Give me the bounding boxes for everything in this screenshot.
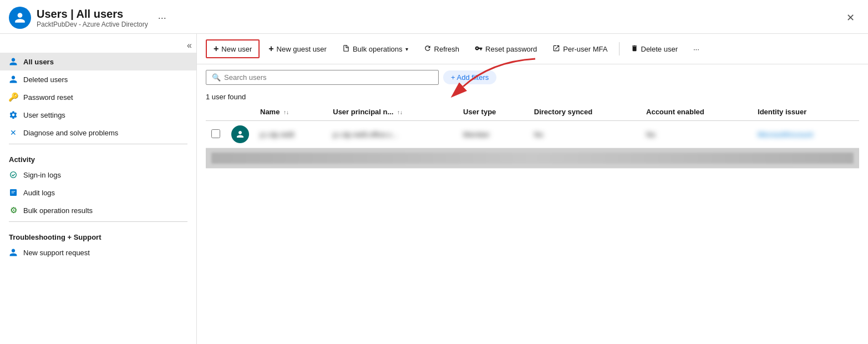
audit-icon: [9, 188, 18, 197]
delete-icon: [631, 44, 638, 54]
external-link-icon: [552, 44, 560, 54]
table-row-blurred: [206, 148, 859, 169]
delete-user-button[interactable]: Delete user: [624, 41, 684, 57]
search-icon: 🔍: [212, 73, 221, 82]
sidebar-label: Sign-in logs: [23, 171, 61, 179]
row-checkbox[interactable]: [211, 129, 220, 138]
page-subtitle: PacktPubDev - Azure Active Directory: [37, 21, 148, 28]
sidebar-item-password-reset[interactable]: 🔑 Password reset: [0, 88, 196, 106]
search-area: 🔍 + Add filters: [197, 64, 868, 90]
sidebar-item-bulk-op-results[interactable]: ⚙ Bulk operation results: [0, 201, 196, 219]
sidebar-divider-2: [9, 221, 187, 222]
key-toolbar-icon: [475, 44, 483, 54]
sort-icon: ↑↓: [283, 109, 289, 115]
avatar-column-header: [226, 103, 255, 121]
sidebar-item-user-settings[interactable]: User settings: [0, 106, 196, 124]
users-table-container: Name ↑↓ User principal n... ↑↓ User type…: [197, 103, 868, 169]
sidebar-item-sign-in-logs[interactable]: Sign-in logs: [0, 166, 196, 184]
table-row[interactable]: p.r.dp.net8 p.r.dp.net8.office.c... Memb…: [206, 121, 859, 148]
sort-icon-2: ↑↓: [397, 109, 403, 115]
account-enabled-column-header: Account enabled: [641, 103, 752, 121]
directory-synced-cell: No: [529, 121, 641, 148]
toolbar-more-button[interactable]: ···: [687, 42, 706, 57]
sidebar-item-audit-logs[interactable]: Audit logs: [0, 184, 196, 201]
bulk-operations-button[interactable]: Bulk operations ▾: [336, 41, 415, 57]
activity-section-label: Activity: [0, 146, 196, 166]
toolbar: + New user + New guest user Bulk operati…: [197, 34, 868, 64]
avatar-cell: [226, 121, 255, 148]
add-filters-button[interactable]: + Add filters: [443, 70, 496, 84]
person-icon: [9, 57, 18, 66]
users-table: Name ↑↓ User principal n... ↑↓ User type…: [206, 103, 859, 169]
upn-column-header[interactable]: User principal n... ↑↓: [327, 103, 458, 121]
bulk-icon: ⚙: [9, 206, 18, 215]
sidebar-label: Audit logs: [23, 189, 55, 197]
app-avatar: [9, 7, 31, 29]
plus-icon: +: [214, 44, 219, 54]
sidebar-divider-1: [9, 144, 187, 144]
refresh-icon: [424, 44, 432, 54]
close-button[interactable]: ✕: [842, 11, 859, 25]
sidebar-item-deleted-users[interactable]: Deleted users: [0, 70, 196, 88]
sidebar-item-new-support[interactable]: New support request: [0, 244, 196, 261]
sidebar-label: Diagnose and solve problems: [23, 129, 118, 137]
header-more-button[interactable]: ···: [154, 10, 171, 26]
chevron-down-icon: ▾: [405, 46, 408, 52]
toolbar-divider: [619, 42, 620, 55]
doc-icon: [342, 44, 350, 54]
main-content: + New user + New guest user Bulk operati…: [197, 34, 868, 344]
collapse-button[interactable]: «: [187, 41, 192, 50]
name-cell: p.r.dp.net8: [255, 121, 327, 148]
user-type-cell: Member: [458, 121, 529, 148]
row-checkbox-cell[interactable]: [206, 121, 226, 148]
new-guest-user-button[interactable]: + New guest user: [262, 41, 333, 57]
user-avatar: [231, 125, 249, 143]
page-title: Users | All users: [37, 8, 148, 21]
sidebar-item-all-users[interactable]: All users: [0, 53, 196, 70]
checkbox-column-header: [206, 103, 226, 121]
plus-icon-2: +: [268, 44, 273, 54]
per-user-mfa-button[interactable]: Per-user MFA: [546, 41, 614, 57]
search-box[interactable]: 🔍: [206, 70, 439, 85]
name-column-header[interactable]: Name ↑↓: [255, 103, 327, 121]
upn-cell: p.r.dp.net8.office.c...: [327, 121, 458, 148]
refresh-button[interactable]: Refresh: [417, 41, 466, 57]
deleted-person-icon: [9, 75, 18, 84]
wrench-icon: ✕: [9, 128, 18, 137]
gear-icon: [9, 110, 18, 119]
sidebar-item-diagnose[interactable]: ✕ Diagnose and solve problems: [0, 124, 196, 141]
search-input[interactable]: [224, 73, 433, 82]
identity-issuer-column-header: Identity issuer: [752, 103, 859, 121]
sidebar-label: User settings: [23, 111, 65, 119]
reset-password-button[interactable]: Reset password: [468, 41, 544, 57]
sidebar-label: New support request: [23, 249, 90, 257]
support-person-icon: [9, 248, 18, 257]
troubleshooting-section-label: Troubleshooting + Support: [0, 224, 196, 244]
svg-point-0: [11, 172, 17, 178]
new-user-button[interactable]: + New user: [206, 39, 260, 58]
signin-icon: [9, 170, 18, 179]
sidebar-label: Password reset: [23, 93, 73, 102]
sidebar-label: All users: [23, 58, 54, 66]
sidebar: « All users Deleted users 🔑 Password res…: [0, 34, 197, 344]
sidebar-label: Deleted users: [23, 75, 68, 84]
identity-issuer-cell: MicrosoftAccount: [752, 121, 859, 148]
result-count: 1 user found: [197, 90, 868, 103]
sidebar-label: Bulk operation results: [23, 206, 93, 215]
account-enabled-cell: No: [641, 121, 752, 148]
user-type-column-header: User type: [458, 103, 529, 121]
svg-rect-1: [10, 189, 17, 196]
key-icon: 🔑: [9, 93, 18, 102]
directory-synced-column-header: Directory synced: [529, 103, 641, 121]
